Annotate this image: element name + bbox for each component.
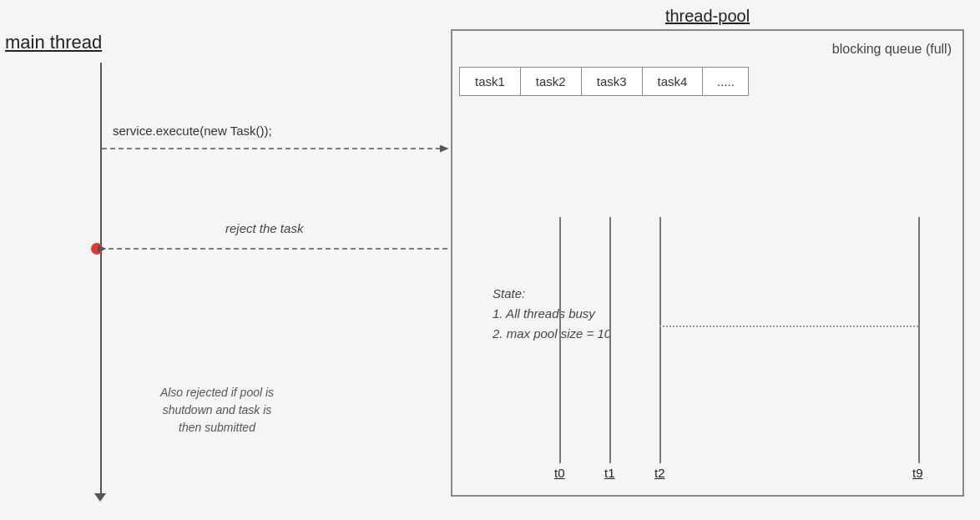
main-thread-label: main thread xyxy=(5,32,102,53)
thread-label-t1: t1 xyxy=(604,466,615,480)
thread-line-t0 xyxy=(559,217,561,463)
task-box-1: task1 xyxy=(459,67,521,96)
main-thread-arrow xyxy=(94,493,106,502)
red-dot xyxy=(91,243,103,255)
thread-label-t2: t2 xyxy=(654,466,665,480)
thread-pool-title: thread-pool xyxy=(451,7,964,26)
state-line-1: 1. All threads busy xyxy=(493,306,595,321)
main-thread-line xyxy=(100,63,102,497)
thread-label-t9: t9 xyxy=(912,466,923,480)
diagram-container: main thread thread-pool blocking queue (… xyxy=(0,0,980,520)
task-box-2: task2 xyxy=(521,67,582,96)
thread-pool-box xyxy=(451,29,964,497)
thread-line-t9 xyxy=(918,217,920,463)
reject-label: reject the task xyxy=(225,221,303,235)
task-box-4: task4 xyxy=(643,67,704,96)
thread-line-t2 xyxy=(659,217,661,463)
task-queue: task1 task2 task3 task4 ..... xyxy=(459,67,749,96)
task-box-3: task3 xyxy=(582,67,643,96)
thread-label-t0: t0 xyxy=(554,466,565,480)
execute-label: service.execute(new Task()); xyxy=(113,124,272,138)
state-title: State: xyxy=(493,286,525,300)
thread-line-t1 xyxy=(609,217,611,463)
state-text: State: 1. All threads busy 2. max pool s… xyxy=(493,284,611,344)
blocking-queue-label: blocking queue (full) xyxy=(684,42,952,57)
state-line-2: 2. max pool size = 10 xyxy=(493,326,611,341)
task-box-dots: ..... xyxy=(703,67,749,96)
also-rejected-text: Also rejected if pool isshutdown and tas… xyxy=(134,384,301,437)
dotted-line-t2 xyxy=(659,326,918,327)
